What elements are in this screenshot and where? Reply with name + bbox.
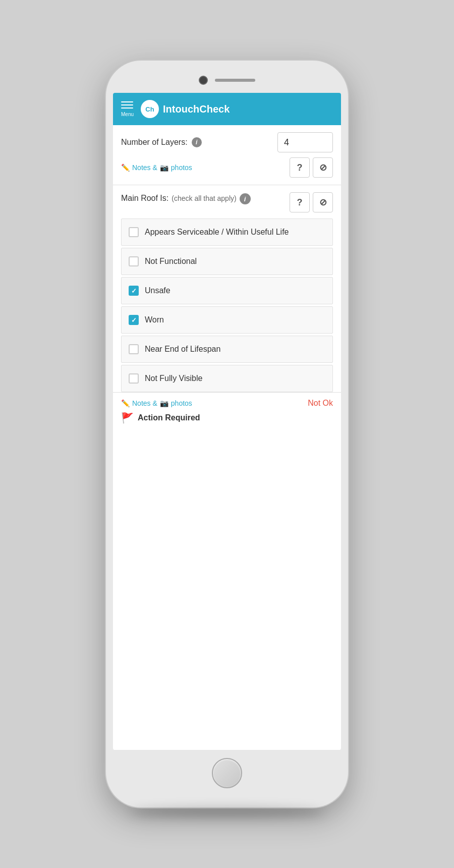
- layers-notes-link[interactable]: ✏️ Notes & 📷 photos: [121, 164, 192, 172]
- checkbox-label-not-visible: Not Fully Visible: [145, 374, 202, 383]
- phone-top-bar: [113, 71, 341, 89]
- checkbox-not-functional[interactable]: [129, 256, 139, 266]
- checkbox-label-unsafe: Unsafe: [145, 286, 171, 295]
- bottom-edit-icon: ✏️: [121, 399, 130, 407]
- phone-shadow: [130, 807, 324, 818]
- roof-subtitle: (check all that apply): [172, 194, 236, 202]
- checkbox-not-visible[interactable]: [129, 373, 139, 384]
- logo-icon: Ch: [141, 100, 159, 118]
- edit-icon: ✏️: [121, 164, 130, 172]
- checkbox-item-unsafe[interactable]: ✓ Unsafe: [121, 277, 333, 304]
- checkbox-worn[interactable]: ✓: [129, 315, 139, 325]
- roof-na-button[interactable]: ⊘: [313, 192, 333, 212]
- app-header: Menu Ch IntouchCheck: [113, 93, 341, 125]
- bottom-section: ✏️ Notes & 📷 photos Not Ok 🚩 Action Requ…: [113, 392, 341, 430]
- checkbox-label-worn: Worn: [145, 315, 164, 324]
- menu-button[interactable]: Menu: [121, 101, 134, 117]
- checkbox-label-serviceable: Appears Serviceable / Within Useful Life: [145, 228, 289, 237]
- speaker: [215, 79, 255, 82]
- action-required-text: Action Required: [138, 413, 200, 422]
- checkbox-serviceable[interactable]: [129, 227, 139, 237]
- front-camera: [199, 76, 208, 85]
- layers-section: Number of Layers: i ✏️ Notes & 📷 photos …: [113, 125, 341, 185]
- roof-section: Main Roof Is: (check all that apply) i ?…: [113, 185, 341, 392]
- phone-frame: Menu Ch IntouchCheck Number of Layers: i: [106, 61, 348, 807]
- roof-info-icon[interactable]: i: [240, 193, 251, 204]
- layers-info-icon[interactable]: i: [192, 137, 202, 147]
- checkbox-item-serviceable[interactable]: Appears Serviceable / Within Useful Life: [121, 219, 333, 246]
- roof-title: Main Roof Is:: [121, 194, 168, 203]
- checkbox-item-not-visible[interactable]: Not Fully Visible: [121, 365, 333, 392]
- layers-input[interactable]: [277, 132, 333, 152]
- roof-action-buttons: ? ⊘: [290, 192, 333, 212]
- bottom-camera-icon: 📷: [160, 399, 168, 407]
- home-button[interactable]: [212, 758, 242, 788]
- checkbox-item-not-functional[interactable]: Not Functional: [121, 248, 333, 275]
- bottom-notes-link[interactable]: ✏️ Notes & 📷 photos: [121, 399, 192, 407]
- roof-title-wrap: Main Roof Is: (check all that apply) i: [121, 192, 290, 204]
- app-title: IntouchCheck: [163, 103, 230, 115]
- camera-icon: 📷: [160, 164, 168, 172]
- checkbox-item-worn[interactable]: ✓ Worn: [121, 306, 333, 334]
- phone-screen: Menu Ch IntouchCheck Number of Layers: i: [113, 93, 341, 750]
- checkbox-item-near-end[interactable]: Near End of Lifespan: [121, 336, 333, 363]
- checkbox-near-end[interactable]: [129, 344, 139, 354]
- checkbox-label-near-end: Near End of Lifespan: [145, 345, 220, 354]
- phone-bottom: [212, 750, 242, 792]
- checkbox-unsafe[interactable]: ✓: [129, 286, 139, 296]
- action-required-row: 🚩 Action Required: [121, 412, 333, 424]
- checkbox-label-not-functional: Not Functional: [145, 257, 197, 266]
- layers-label: Number of Layers:: [121, 138, 188, 147]
- logo: Ch IntouchCheck: [141, 100, 230, 118]
- layers-na-button[interactable]: ⊘: [313, 157, 333, 178]
- layers-label-wrap: Number of Layers: i: [121, 137, 202, 147]
- checkbox-list: Appears Serviceable / Within Useful Life…: [121, 219, 333, 392]
- layers-question-button[interactable]: ?: [290, 157, 310, 178]
- not-ok-status: Not Ok: [308, 399, 333, 408]
- roof-question-button[interactable]: ?: [290, 192, 310, 212]
- screen-content: Number of Layers: i ✏️ Notes & 📷 photos …: [113, 125, 341, 750]
- flag-icon: 🚩: [121, 412, 134, 424]
- layers-action-buttons: ? ⊘: [290, 157, 333, 178]
